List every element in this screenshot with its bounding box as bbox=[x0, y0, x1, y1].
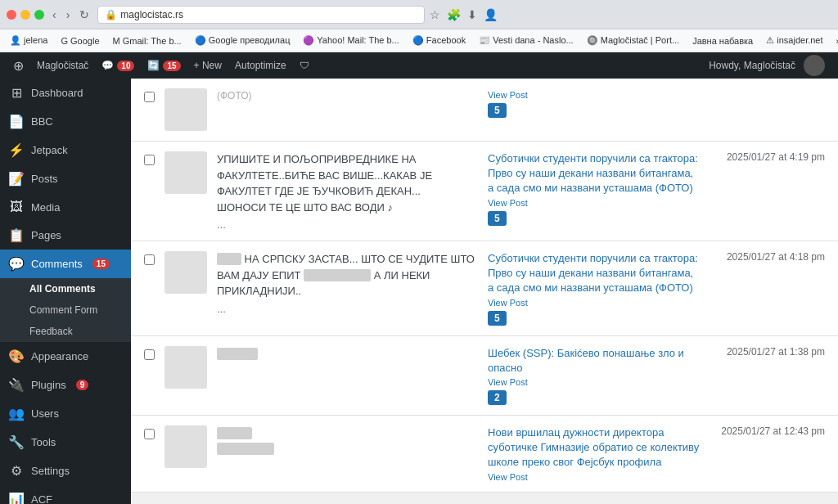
bookmark-google[interactable]: G Google bbox=[57, 34, 102, 47]
bookmarks-bar: 👤 jelena G Google M Gmail: The b... 🔵 Go… bbox=[0, 29, 838, 52]
avatar bbox=[164, 88, 207, 131]
bookmark-insajder[interactable]: ⚠ insajder.net bbox=[763, 34, 826, 47]
close-window-button[interactable] bbox=[7, 10, 16, 20]
sidebar-item-acf-label: ACF bbox=[31, 493, 52, 504]
site-name-item[interactable]: Magločistač bbox=[30, 52, 95, 79]
view-post-link[interactable]: View Post bbox=[488, 298, 701, 308]
post-title[interactable]: Субoтички студенти поручили са тrактора:… bbox=[488, 252, 698, 294]
view-post-link[interactable]: View Post bbox=[488, 472, 701, 482]
comments-count-item[interactable]: 💬 10 bbox=[95, 52, 141, 79]
row-checkbox[interactable] bbox=[144, 349, 155, 360]
comment-text: оћу да уже само у bbox=[217, 425, 478, 457]
sidebar-item-settings[interactable]: ⚙ Settings bbox=[0, 457, 131, 485]
reload-button[interactable]: ↻ bbox=[76, 7, 92, 23]
sidebar-item-plugins[interactable]: 🔌 Plugins 9 bbox=[0, 371, 131, 399]
sidebar-item-plugins-label: Plugins bbox=[31, 379, 66, 391]
wordpress-logo-icon: ⊕ bbox=[13, 58, 24, 74]
sidebar-item-media[interactable]: 🖼 Media bbox=[0, 193, 131, 221]
sidebar-item-settings-label: Settings bbox=[31, 465, 70, 477]
jetpack-icon: ⚡ bbox=[8, 142, 25, 158]
browser-chrome: ‹ › ↻ 🔒 maglocistac.rs ☆ 🧩 ⬇ 👤 bbox=[0, 0, 838, 29]
bookmark-facebook[interactable]: 🔵 Facebook bbox=[409, 34, 469, 47]
sidebar-item-users[interactable]: 👥 Users bbox=[0, 399, 131, 428]
shield-icon: 🛡 bbox=[300, 60, 309, 71]
post-title[interactable]: Нови вршилац дужности директора субoтичк… bbox=[488, 426, 699, 468]
sidebar-item-pages[interactable]: 📋 Pages bbox=[0, 221, 131, 250]
download-button[interactable]: ⬇ bbox=[467, 8, 477, 21]
sidebar-item-appearance[interactable]: 🎨 Appearance bbox=[0, 342, 131, 371]
row-checkbox[interactable] bbox=[144, 155, 155, 165]
view-post-link[interactable]: View Post bbox=[488, 198, 701, 208]
comment-icon: 💬 bbox=[101, 60, 114, 71]
browser-navigation[interactable]: ‹ › ↻ bbox=[49, 7, 92, 23]
settings-icon: ⚙ bbox=[8, 463, 25, 479]
sidebar-subitem-feedback[interactable]: Feedback bbox=[0, 321, 131, 342]
minimize-window-button[interactable] bbox=[20, 10, 30, 20]
view-post-link[interactable]: View Post bbox=[488, 377, 701, 387]
users-icon: 👥 bbox=[8, 406, 25, 421]
comment-ellipsis: ... bbox=[217, 218, 478, 231]
bookmark-vesti[interactable]: 📰 Vesti dana - Naslo... bbox=[475, 34, 577, 47]
new-content-label: + New bbox=[194, 60, 222, 71]
new-content-item[interactable]: + New bbox=[187, 52, 228, 79]
back-button[interactable]: ‹ bbox=[49, 7, 60, 23]
sidebar-subitem-all-comments[interactable]: All Comments bbox=[0, 278, 131, 299]
bookmark-gmail[interactable]: M Gmail: The b... bbox=[110, 34, 185, 47]
comment-ellipsis: ... bbox=[217, 303, 478, 315]
comment-score: 5 bbox=[488, 211, 507, 226]
shield-plugin-item[interactable]: 🛡 bbox=[293, 52, 316, 79]
updates-item[interactable]: 🔄 15 bbox=[141, 52, 187, 79]
comment-score: 5 bbox=[488, 311, 507, 326]
autoptimize-item[interactable]: Autoptimize bbox=[228, 52, 293, 79]
maximize-window-button[interactable] bbox=[34, 10, 44, 20]
sidebar-item-tools[interactable]: 🔧 Tools bbox=[0, 428, 131, 457]
post-title[interactable]: Субoтички студенти поручили са тrактора:… bbox=[488, 152, 698, 194]
sidebar-item-comments[interactable]: 💬 Comments 15 bbox=[0, 250, 131, 278]
bookmark-maglocistac[interactable]: 🔘 Magločistač | Port... bbox=[583, 34, 683, 47]
table-row: оћу да уже само у Нови вршилац дужности … bbox=[131, 416, 838, 493]
address-bar[interactable]: 🔒 maglocistac.rs bbox=[97, 6, 425, 24]
bookmark-translate[interactable]: 🔵 Google преводилац bbox=[191, 34, 294, 47]
sidebar-item-media-label: Media bbox=[31, 201, 60, 214]
sidebar-item-posts[interactable]: 📝 Posts bbox=[0, 164, 131, 193]
sidebar-item-jetpack-label: Jetpack bbox=[31, 144, 68, 156]
comment-form-label: Comment Form bbox=[29, 304, 97, 316]
comments-badge: 10 bbox=[117, 61, 134, 71]
sidebar-item-pages-label: Pages bbox=[31, 229, 61, 241]
plugins-badge: 9 bbox=[76, 380, 89, 390]
browser-window-controls[interactable] bbox=[7, 10, 44, 20]
acf-icon: 📊 bbox=[8, 492, 25, 504]
pages-icon: 📋 bbox=[8, 227, 25, 243]
row-checkbox[interactable] bbox=[144, 429, 155, 439]
bookmark-jelena[interactable]: 👤 jelena bbox=[7, 34, 51, 47]
sidebar-subitem-comment-form[interactable]: Comment Form bbox=[0, 299, 131, 321]
bookmark-more[interactable]: » bbox=[833, 34, 838, 47]
row-checkbox[interactable] bbox=[144, 254, 155, 265]
appearance-icon: 🎨 bbox=[8, 349, 25, 364]
sidebar-item-comments-label: Comments bbox=[31, 258, 83, 270]
comments-table: (ФОТО) View Post 5 УПИШИТЕ И ПОЉОПРИВРЕД… bbox=[131, 79, 838, 493]
howdy-item[interactable]: Howdy, Magločistač bbox=[702, 52, 831, 79]
table-row: —— НА СРПСКУ ЗАСТАВ... ШТО СЕ ЧУДИТЕ ШТО… bbox=[131, 241, 838, 336]
sidebar-item-bbc[interactable]: 📄 BBC bbox=[0, 107, 131, 136]
bookmark-icon[interactable]: ☆ bbox=[430, 8, 440, 21]
sidebar-item-users-label: Users bbox=[31, 407, 59, 420]
wp-logo-item[interactable]: ⊕ bbox=[7, 52, 30, 79]
post-title[interactable]: Шебек (SSP): Бакićево понашање зло и опа… bbox=[488, 347, 684, 374]
sidebar-item-dashboard[interactable]: ⊞ Dashboard bbox=[0, 79, 131, 107]
sidebar-item-jetpack[interactable]: ⚡ Jetpack bbox=[0, 136, 131, 164]
comment-post-info: Субoтички студенти поручили са тrактора:… bbox=[488, 251, 701, 326]
profile-button[interactable]: 👤 bbox=[484, 8, 498, 21]
all-comments-label: All Comments bbox=[29, 283, 96, 295]
row-checkbox[interactable] bbox=[144, 92, 155, 102]
extensions-button[interactable]: 🧩 bbox=[447, 8, 461, 21]
forward-button[interactable]: › bbox=[63, 7, 74, 23]
comment-text: УПИШИТЕ И ПОЉОПРИВРЕДНИКЕ НА ФАКУЛТЕТЕ..… bbox=[217, 151, 478, 215]
sidebar-menu: ⊞ Dashboard 📄 BBC ⚡ Jetpack 📝 Posts 🖼 Me… bbox=[0, 79, 131, 504]
updates-badge: 15 bbox=[163, 61, 180, 71]
sidebar-item-acf[interactable]: 📊 ACF bbox=[0, 485, 131, 504]
bookmark-yahoo[interactable]: 🟣 Yahoo! Mail: The b... bbox=[300, 34, 402, 47]
bookmark-javna[interactable]: Јавна набавка bbox=[689, 34, 756, 47]
view-post-link[interactable]: View Post bbox=[488, 90, 701, 100]
comment-text: šebek... bbox=[217, 346, 478, 362]
